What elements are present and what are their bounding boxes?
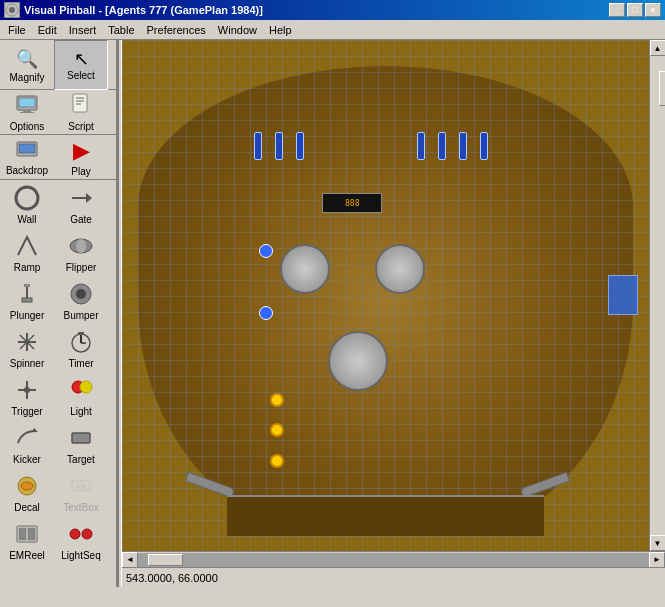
svg-rect-43 — [28, 528, 35, 540]
gate-tool[interactable]: Gate — [54, 180, 108, 228]
bumper-guard-6 — [459, 132, 467, 160]
bumper-icon — [67, 280, 95, 308]
menu-help[interactable]: Help — [263, 20, 298, 39]
v-scroll-thumb[interactable] — [659, 71, 666, 106]
magnify-icon: 🔍 — [16, 48, 38, 70]
svg-rect-36 — [72, 433, 90, 443]
lightseq-tool[interactable]: LightSeq — [54, 516, 108, 564]
scroll-down-button[interactable]: ▼ — [650, 535, 666, 551]
timer-tool[interactable]: Timer — [54, 324, 108, 372]
svg-point-21 — [76, 289, 86, 299]
target-tool[interactable]: Target — [54, 420, 108, 468]
toolbar-row2: Options Script — [0, 90, 116, 135]
trigger-label: Trigger — [11, 406, 42, 417]
toolbar: 🔍 Magnify ↖ Select Options — [0, 40, 118, 587]
menu-table[interactable]: Table — [102, 20, 140, 39]
select-icon: ↖ — [74, 50, 89, 68]
decal-icon — [13, 472, 41, 500]
light-tool[interactable]: Light — [54, 372, 108, 420]
magnify-label: Magnify — [9, 72, 44, 83]
options-label: Options — [10, 121, 44, 132]
menu-edit[interactable]: Edit — [32, 20, 63, 39]
ramp-tool[interactable]: Ramp — [0, 228, 54, 276]
flipper-icon — [67, 232, 95, 260]
plunger-tool[interactable]: Plunger — [0, 276, 54, 324]
gate-icon — [67, 184, 95, 212]
close-button[interactable]: × — [645, 3, 661, 17]
backdrop-button[interactable]: Backdrop — [0, 135, 54, 179]
h-scroll-track[interactable] — [138, 553, 649, 567]
svg-rect-6 — [73, 94, 87, 112]
ramp-label: Ramp — [14, 262, 41, 273]
canvas-container: 888 ▲ ▼ ◄ — [122, 40, 665, 587]
svg-point-16 — [76, 239, 86, 253]
menu-insert[interactable]: Insert — [63, 20, 103, 39]
bumper-large-3 — [328, 331, 388, 391]
backdrop-label: Backdrop — [6, 165, 48, 176]
yellow-dot-3 — [270, 454, 284, 468]
kicker-label: Kicker — [13, 454, 41, 465]
svg-rect-11 — [19, 144, 35, 153]
selected-obj-2 — [259, 306, 273, 320]
h-scroll-thumb[interactable] — [148, 554, 183, 566]
play-label: Play — [71, 166, 90, 177]
textbox-label: TextBox — [63, 502, 99, 513]
maximize-button[interactable]: □ — [627, 3, 643, 17]
toolbar-top: 🔍 Magnify ↖ Select — [0, 40, 116, 90]
drain-area — [227, 495, 543, 536]
app-icon — [4, 2, 20, 18]
window-controls: _ □ × — [609, 3, 661, 17]
emreel-icon — [13, 520, 41, 548]
canvas-area[interactable]: 888 — [122, 40, 649, 551]
bumper-guard-4 — [417, 132, 425, 160]
lightseq-label: LightSeq — [61, 550, 100, 561]
kicker-icon — [13, 424, 41, 452]
bumper-tool[interactable]: Bumper — [54, 276, 108, 324]
svg-rect-5 — [20, 112, 34, 113]
emreel-label: EMReel — [9, 550, 45, 561]
options-button[interactable]: Options — [0, 90, 54, 134]
vertical-scrollbar[interactable]: ▲ ▼ — [649, 40, 665, 551]
wall-tool[interactable]: Wall — [0, 180, 54, 228]
trigger-tool[interactable]: Trigger — [0, 372, 54, 420]
tool-grid: Wall Gate Ramp — [0, 180, 116, 587]
decal-tool[interactable]: Decal — [0, 468, 54, 516]
coordinates-display: 543.0000, 66.0000 — [126, 572, 218, 584]
yellow-dot-2 — [270, 423, 284, 437]
play-button[interactable]: ▶ Play — [54, 135, 108, 179]
table-arena — [138, 66, 633, 536]
scroll-left-button[interactable]: ◄ — [122, 552, 138, 568]
bumper-guard-3 — [296, 132, 304, 160]
scroll-up-button[interactable]: ▲ — [650, 40, 666, 56]
bumper-large-2 — [375, 244, 425, 294]
select-button[interactable]: ↖ Select — [54, 40, 108, 90]
svg-marker-14 — [86, 193, 92, 203]
menu-bar: File Edit Insert Table Preferences Windo… — [0, 20, 665, 40]
light-icon — [67, 376, 95, 404]
menu-window[interactable]: Window — [212, 20, 263, 39]
textbox-tool[interactable]: AB TextBox — [54, 468, 108, 516]
menu-file[interactable]: File — [2, 20, 32, 39]
scroll-right-button[interactable]: ► — [649, 552, 665, 568]
spinner-tool[interactable]: Spinner — [0, 324, 54, 372]
script-button[interactable]: Script — [54, 90, 108, 134]
svg-point-1 — [9, 7, 15, 13]
bumper-guard-2 — [275, 132, 283, 160]
spinner-icon — [13, 328, 41, 356]
title-text: Visual Pinball - [Agents 777 (GamePlan 1… — [24, 4, 609, 16]
kicker-tool[interactable]: Kicker — [0, 420, 54, 468]
horizontal-scrollbar[interactable]: ◄ ► — [122, 551, 665, 567]
svg-point-12 — [16, 187, 38, 209]
emreel-tool[interactable]: EMReel — [0, 516, 54, 564]
options-icon — [15, 93, 39, 119]
wall-label: Wall — [17, 214, 36, 225]
menu-preferences[interactable]: Preferences — [141, 20, 212, 39]
svg-point-34 — [80, 381, 92, 393]
minimize-button[interactable]: _ — [609, 3, 625, 17]
flipper-tool[interactable]: Flipper — [54, 228, 108, 276]
magnify-button[interactable]: 🔍 Magnify — [0, 40, 54, 90]
bumper-guard-5 — [438, 132, 446, 160]
plunger-icon — [13, 280, 41, 308]
bumper-label: Bumper — [63, 310, 98, 321]
gate-label: Gate — [70, 214, 92, 225]
